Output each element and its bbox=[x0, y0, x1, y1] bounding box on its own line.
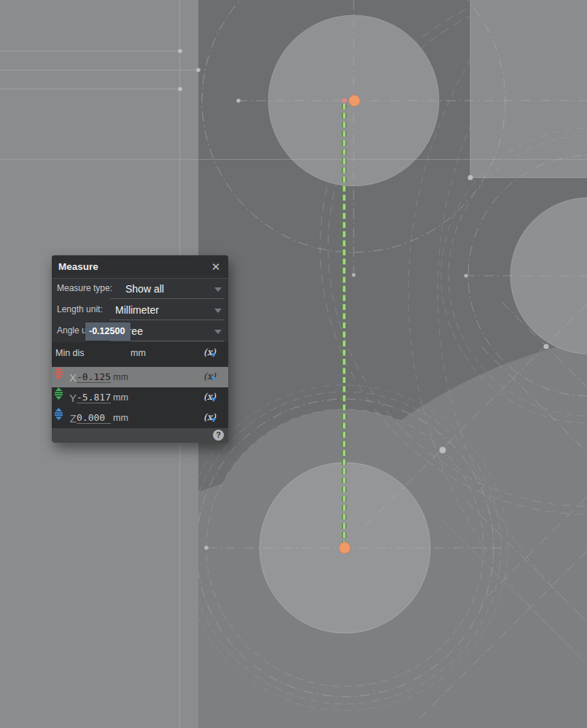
chevron-down-icon[interactable] bbox=[214, 287, 222, 292]
expression-icon[interactable]: (x) bbox=[203, 391, 221, 404]
axis-y-unit: mm bbox=[113, 392, 128, 403]
axis-z-unit: mm bbox=[113, 413, 128, 423]
dialog-header[interactable]: Measure ✕ bbox=[52, 255, 228, 279]
measure-point-top[interactable] bbox=[349, 96, 360, 107]
dropdown-underline bbox=[110, 320, 224, 320]
length-unit-row: Length unit: Millimeter bbox=[52, 300, 228, 321]
distance-z-icon bbox=[54, 408, 63, 420]
axis-row-x[interactable]: X -0.125 mm (x) bbox=[52, 367, 228, 387]
dropdown-underline bbox=[110, 298, 224, 299]
axis-row-y[interactable]: Y -5.817 mm (x) bbox=[52, 387, 228, 408]
axis-x-value[interactable]: -0.125 bbox=[77, 371, 111, 383]
measure-point-bottom[interactable] bbox=[339, 543, 350, 554]
chevron-down-icon[interactable] bbox=[214, 309, 222, 313]
angle-unit-row: Angle unit: Degree bbox=[52, 321, 228, 342]
blue-down-arrow-icon bbox=[211, 418, 216, 422]
close-icon[interactable]: ✕ bbox=[209, 255, 223, 279]
top-right-face[interactable] bbox=[470, 0, 587, 178]
blue-down-arrow-icon bbox=[211, 353, 216, 357]
dropdown-underline bbox=[110, 341, 224, 341]
axis-y-value[interactable]: -5.817 bbox=[77, 392, 111, 403]
expression-icon[interactable]: (x) bbox=[203, 346, 221, 360]
blue-down-arrow-icon bbox=[211, 398, 216, 402]
help-icon[interactable]: ? bbox=[213, 430, 224, 441]
right-centerline-dot bbox=[464, 274, 468, 278]
min-distance-input[interactable]: -0.12500 bbox=[85, 322, 131, 341]
axis-z-value[interactable]: 0.000 bbox=[77, 412, 111, 424]
measure-type-label: Measure type: bbox=[57, 279, 112, 298]
snap-marker bbox=[343, 98, 347, 103]
distance-x-icon bbox=[54, 367, 63, 379]
length-unit-select[interactable]: Millimeter bbox=[115, 301, 159, 320]
axis-x-unit: mm bbox=[113, 372, 128, 382]
distance-y-icon bbox=[54, 387, 63, 400]
expression-icon[interactable]: (x) bbox=[203, 411, 221, 425]
bottom-centerline-dot bbox=[204, 546, 209, 550]
measure-dialog: Measure ✕ Measure type: Show all Length … bbox=[52, 255, 228, 443]
measure-type-select[interactable]: Show all bbox=[125, 279, 164, 299]
min-distance-label: Min dis bbox=[55, 342, 85, 364]
axis-row-z[interactable]: Z 0.000 mm (x) bbox=[52, 408, 228, 428]
measure-type-row: Measure type: Show all bbox=[52, 279, 228, 300]
expression-icon[interactable]: (x) bbox=[203, 371, 221, 384]
chevron-down-icon[interactable] bbox=[214, 330, 222, 334]
min-distance-unit: mm bbox=[131, 342, 146, 364]
dialog-title: Measure bbox=[58, 255, 98, 279]
cad-viewport[interactable]: Measure ✕ Measure type: Show all Length … bbox=[0, 0, 587, 728]
blue-down-arrow-icon bbox=[211, 377, 216, 382]
min-distance-row: Min dis mm (x) -0.12500 bbox=[52, 342, 228, 367]
dialog-footer: ? bbox=[52, 428, 228, 443]
length-unit-label: Length unit: bbox=[57, 300, 103, 320]
